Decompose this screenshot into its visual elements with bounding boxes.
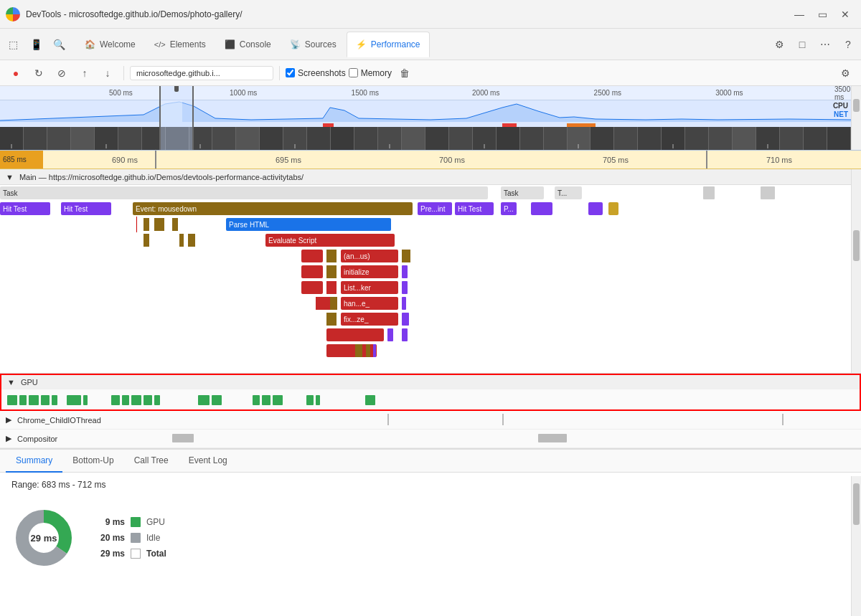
deep-brown-1[interactable]: [355, 344, 362, 357]
download-button[interactable]: ↓: [98, 63, 118, 83]
mousedown-event[interactable]: Event: mousedown: [133, 202, 413, 215]
brown-bar-b[interactable]: [402, 250, 410, 262]
gpu-section: ▼ GPU: [0, 374, 861, 411]
overview-scrollbar-thumb[interactable]: [853, 99, 860, 112]
child-io-chevron[interactable]: ▶: [6, 415, 11, 425]
tab-event-log[interactable]: Event Log: [179, 450, 237, 473]
hane-bar[interactable]: han...e_: [341, 297, 398, 310]
brown-bar-d[interactable]: [330, 297, 337, 310]
yellow-bar[interactable]: [608, 202, 618, 215]
gpu-chevron[interactable]: ▼: [7, 378, 15, 387]
red-bar-4[interactable]: [316, 297, 330, 310]
red-bar-2[interactable]: [301, 265, 323, 278]
small-brown-6[interactable]: [188, 234, 195, 247]
device-emulation-button[interactable]: 📱: [26, 34, 46, 55]
red-bar-3[interactable]: [301, 281, 323, 294]
memory-toggle[interactable]: Memory: [349, 68, 392, 78]
tab-call-tree[interactable]: Call Tree: [124, 450, 179, 473]
deep-purple-1[interactable]: [387, 328, 393, 341]
task-bar-small1[interactable]: [703, 186, 715, 199]
thread-chevron[interactable]: ▼: [6, 173, 14, 181]
maximize-button[interactable]: ▭: [812, 4, 832, 24]
small-brown-4[interactable]: [144, 234, 149, 247]
gpu-block: [41, 395, 50, 405]
purple-bar-y[interactable]: [402, 281, 408, 294]
small-brown-2[interactable]: [154, 218, 164, 231]
purple-bar-z[interactable]: [402, 297, 406, 310]
settings-button[interactable]: ⚙: [769, 34, 789, 55]
tick-500: 500 ms: [109, 89, 133, 97]
selection-region[interactable]: [159, 86, 194, 150]
tab-performance[interactable]: ⚡ Performance: [347, 32, 430, 57]
deep-brown-2[interactable]: [366, 344, 370, 357]
minimize-button[interactable]: —: [789, 4, 809, 24]
help-button[interactable]: ?: [838, 34, 858, 55]
tab-summary[interactable]: Summary: [6, 450, 62, 473]
task-bar-main[interactable]: Task: [0, 186, 488, 199]
memory-checkbox[interactable]: [349, 68, 358, 77]
bottom-scrollbar[interactable]: [851, 476, 861, 616]
pre-int-bar[interactable]: Pre...int: [418, 202, 452, 215]
detail-timeline[interactable]: 685 ms 690 ms 695 ms 700 ms 705 ms 710 m…: [0, 151, 861, 169]
purple-bar-x[interactable]: [402, 265, 408, 278]
purple-bar-w[interactable]: [402, 313, 409, 326]
nav-icons: ⬚ 📱 🔍: [3, 34, 69, 55]
task-bar-2[interactable]: Task: [501, 186, 544, 199]
close-button[interactable]: ✕: [835, 4, 855, 24]
task-bar-3[interactable]: T...: [555, 186, 582, 199]
initialize-bar[interactable]: initialize: [341, 265, 398, 278]
timeline-overview[interactable]: 500 ms 1000 ms 1500 ms 2000 ms 2500 ms 3…: [0, 86, 861, 151]
brown-bar-a[interactable]: [326, 250, 337, 262]
tab-welcome[interactable]: 🏠 Welcome: [76, 32, 144, 57]
reload-record-button[interactable]: ↻: [29, 63, 49, 83]
selection-handle-top[interactable]: [174, 86, 179, 92]
tab-console[interactable]: ⬛ Console: [216, 32, 280, 57]
delete-profile-button[interactable]: 🗑: [395, 63, 415, 83]
flame-scrollbar[interactable]: [851, 169, 861, 373]
p-bar[interactable]: P...: [501, 202, 517, 215]
deep-purple-2[interactable]: [402, 328, 408, 341]
record-button[interactable]: ●: [6, 63, 26, 83]
red-bar-sm[interactable]: [326, 281, 337, 294]
upload-button[interactable]: ↑: [75, 63, 95, 83]
screenshots-checkbox[interactable]: [286, 68, 295, 77]
total-name: Total: [146, 549, 166, 559]
overview-scrollbar[interactable]: [851, 86, 861, 150]
evaluate-script-bar[interactable]: Evaluate Script: [265, 234, 395, 247]
hit-test-2[interactable]: Hit Test: [61, 202, 111, 215]
parse-html-bar[interactable]: Parse HTML: [226, 218, 391, 231]
hit-test-1[interactable]: Hit Test: [0, 202, 50, 215]
gpu-block: [154, 395, 160, 405]
anus-bar[interactable]: (an...us): [341, 250, 398, 262]
tab-bottom-up[interactable]: Bottom-Up: [62, 450, 123, 473]
task-bar-small2[interactable]: [761, 186, 775, 199]
more-tabs-button[interactable]: ⋯: [815, 34, 835, 55]
small-brown-3[interactable]: [172, 218, 178, 231]
clear-button[interactable]: ⊘: [52, 63, 72, 83]
tab-elements[interactable]: </> Elements: [146, 32, 215, 57]
deep-red-1[interactable]: [326, 328, 384, 341]
device-mode-button[interactable]: □: [792, 34, 812, 55]
hit-test-3[interactable]: Hit Test: [455, 202, 494, 215]
fixze-bar[interactable]: fix...ze_: [341, 313, 398, 326]
bottom-scrollbar-thumb[interactable]: [853, 483, 860, 526]
brown-bar-c[interactable]: [326, 265, 337, 278]
small-brown-1[interactable]: [144, 218, 149, 231]
tab-sources[interactable]: 📡 Sources: [281, 32, 345, 57]
url-bar[interactable]: [130, 66, 273, 80]
flame-scrollbar-thumb[interactable]: [853, 230, 860, 261]
small-purple-1[interactable]: [531, 202, 552, 215]
deep-purple-3[interactable]: [373, 344, 376, 357]
dock-toggle-button[interactable]: ⬚: [3, 34, 23, 55]
small-purple-2[interactable]: [588, 202, 603, 215]
toolbar-settings-button[interactable]: ⚙: [835, 63, 855, 83]
search-button[interactable]: 🔍: [49, 34, 69, 55]
deep-row-2: [0, 343, 861, 359]
brown-bar-e[interactable]: [326, 313, 337, 326]
compositor-chevron[interactable]: ▶: [6, 434, 11, 443]
tab-bottom-up-label: Bottom-Up: [72, 455, 113, 465]
red-bar-1[interactable]: [301, 250, 323, 262]
screenshots-toggle[interactable]: Screenshots: [286, 68, 346, 78]
listker-bar[interactable]: List...ker: [341, 281, 398, 294]
small-brown-5[interactable]: [179, 234, 184, 247]
